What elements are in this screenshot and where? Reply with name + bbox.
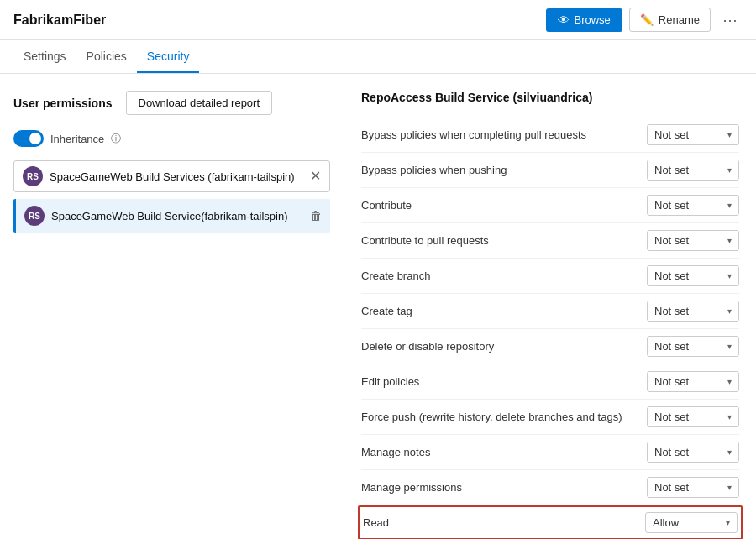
permission-value: Not set: [654, 305, 689, 317]
permission-row: Manage permissionsNot set▾: [361, 470, 739, 505]
search-box-text: SpaceGameWeb Build Services (fabrikam-ta…: [50, 170, 295, 183]
info-icon: ⓘ: [111, 132, 121, 146]
chevron-down-icon: ▾: [727, 342, 732, 351]
permissions-list: Bypass policies when completing pull req…: [361, 118, 739, 539]
permission-select: Not set▾: [638, 406, 739, 427]
section-title: User permissions: [13, 97, 113, 110]
chevron-down-icon: ▾: [727, 271, 732, 280]
inheritance-row: Inheritance ⓘ: [13, 130, 330, 147]
tab-security[interactable]: Security: [137, 41, 200, 73]
permission-select: Not set▾: [638, 160, 739, 181]
chevron-down-icon: ▾: [727, 201, 732, 210]
permission-row: Manage notesNot set▾: [361, 435, 739, 470]
permission-select: Not set▾: [638, 195, 739, 216]
inheritance-label: Inheritance: [50, 133, 104, 145]
search-box[interactable]: RS SpaceGameWeb Build Services (fabrikam…: [13, 160, 330, 192]
eye-icon: 👁: [558, 13, 570, 27]
permission-value: Allow: [653, 516, 679, 529]
permission-value: Not set: [654, 375, 689, 388]
permission-name: Read: [363, 516, 637, 529]
permission-name: Contribute to pull requests: [361, 234, 638, 247]
permission-value: Not set: [654, 199, 689, 212]
header-left: FabrikamFiber: [13, 13, 106, 28]
download-report-button[interactable]: Download detailed report: [126, 91, 273, 115]
permission-row: Bypass policies when pushingNot set▾: [361, 153, 739, 188]
permission-row: Bypass policies when completing pull req…: [361, 118, 739, 153]
permission-value: Not set: [654, 340, 689, 353]
permission-dropdown[interactable]: Not set▾: [647, 195, 739, 216]
permission-name: Bypass policies when completing pull req…: [361, 128, 638, 141]
permission-row: Create branchNot set▾: [361, 259, 739, 294]
permission-dropdown[interactable]: Not set▾: [647, 265, 739, 286]
permission-select: Not set▾: [638, 371, 739, 392]
permission-dropdown[interactable]: Not set▾: [647, 160, 739, 181]
permission-name: Force push (rewrite history, delete bran…: [361, 411, 638, 423]
chevron-down-icon: ▾: [727, 447, 732, 457]
permission-row: ReadAllow▾: [358, 505, 743, 539]
permission-dropdown[interactable]: Not set▾: [647, 301, 739, 322]
permission-value: Not set: [654, 270, 689, 282]
chevron-down-icon: ▾: [727, 130, 732, 139]
permission-name: Delete or disable repository: [361, 340, 638, 353]
nav-tabs: Settings Policies Security: [0, 40, 756, 74]
permission-name: Create branch: [361, 270, 638, 282]
avatar-search: RS: [23, 166, 43, 186]
permission-name: Bypass policies when pushing: [361, 164, 638, 176]
permission-value: Not set: [654, 481, 689, 494]
list-item[interactable]: RS SpaceGameWeb Build Service(fabrikam-t…: [13, 199, 330, 233]
permission-value: Not set: [654, 411, 689, 423]
permission-row: Edit policiesNot set▾: [361, 364, 739, 400]
tab-policies[interactable]: Policies: [76, 41, 137, 73]
permission-select: Not set▾: [638, 265, 739, 286]
permission-dropdown[interactable]: Not set▾: [647, 442, 739, 463]
permission-dropdown[interactable]: Not set▾: [647, 477, 739, 498]
permission-row: Create tagNot set▾: [361, 294, 739, 329]
header: FabrikamFiber 👁 Browse ✏️ Rename ⋯: [0, 0, 756, 40]
avatar-list-item: RS: [24, 206, 45, 226]
rename-icon: ✏️: [640, 13, 654, 26]
permission-select: Not set▾: [638, 477, 739, 498]
inheritance-toggle[interactable]: [13, 130, 44, 147]
permission-dropdown[interactable]: Not set▾: [647, 336, 739, 357]
browse-button[interactable]: 👁 Browse: [546, 8, 622, 32]
permission-value: Not set: [654, 446, 689, 458]
main-content: User permissions Download detailed repor…: [0, 74, 756, 539]
permission-dropdown[interactable]: Not set▾: [647, 406, 739, 427]
chevron-down-icon: ▾: [727, 306, 732, 316]
permission-select: Not set▾: [638, 336, 739, 357]
permission-select: Not set▾: [638, 124, 739, 145]
permission-dropdown[interactable]: Not set▾: [647, 124, 739, 145]
permission-select: Allow▾: [637, 512, 738, 533]
permission-dropdown[interactable]: Not set▾: [647, 230, 739, 251]
more-options-button[interactable]: ⋯: [717, 8, 743, 33]
permission-value: Not set: [654, 164, 689, 176]
permission-row: ContributeNot set▾: [361, 188, 739, 223]
list-item-label: SpaceGameWeb Build Service(fabrikam-tail…: [51, 210, 303, 222]
permission-dropdown[interactable]: Allow▾: [645, 512, 738, 533]
permission-name: Contribute: [361, 199, 638, 212]
permission-value: Not set: [654, 128, 689, 141]
chevron-down-icon: ▾: [727, 236, 732, 245]
left-panel-header: User permissions Download detailed repor…: [13, 91, 330, 115]
permission-row: Contribute to pull requestsNot set▾: [361, 223, 739, 259]
permission-value: Not set: [654, 234, 689, 247]
permission-select: Not set▾: [638, 301, 739, 322]
tab-settings[interactable]: Settings: [13, 41, 76, 73]
chevron-down-icon: ▾: [727, 412, 732, 421]
permission-select: Not set▾: [638, 442, 739, 463]
clear-search-button[interactable]: ✕: [310, 170, 321, 183]
chevron-down-icon: ▾: [726, 518, 730, 527]
header-right: 👁 Browse ✏️ Rename ⋯: [546, 8, 743, 33]
left-panel: User permissions Download detailed repor…: [0, 74, 344, 539]
permission-name: Edit policies: [361, 375, 638, 388]
rename-button[interactable]: ✏️ Rename: [629, 8, 711, 32]
delete-item-button[interactable]: 🗑: [310, 209, 322, 222]
permission-select: Not set▾: [638, 230, 739, 251]
permission-row: Force push (rewrite history, delete bran…: [361, 400, 739, 435]
repo-access-title: RepoAccess Build Service (silviuandrica): [361, 91, 739, 104]
permission-dropdown[interactable]: Not set▾: [647, 371, 739, 392]
chevron-down-icon: ▾: [727, 483, 732, 492]
chevron-down-icon: ▾: [727, 165, 732, 175]
permission-name: Manage notes: [361, 446, 638, 458]
permission-name: Create tag: [361, 305, 638, 317]
